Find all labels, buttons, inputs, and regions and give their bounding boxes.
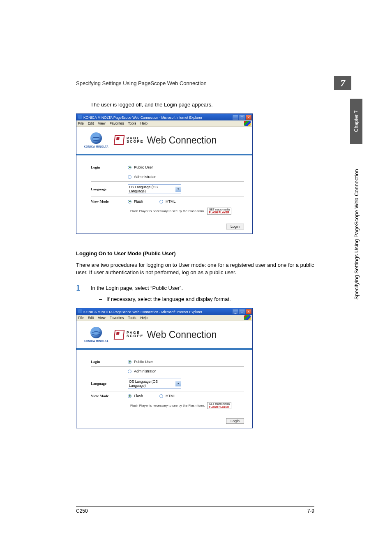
ie-icon (78, 309, 82, 313)
pagescope-icon (114, 330, 125, 340)
web-connection-text: Web Connection (147, 135, 217, 146)
html-radio[interactable] (159, 200, 163, 204)
language-select[interactable]: OS Language (OS Language) ▾ (128, 184, 181, 194)
footer-left: C250 (76, 508, 88, 514)
html-text: HTML (166, 394, 176, 398)
chevron-down-icon: ▾ (175, 381, 181, 386)
window-titlebar: KONICA MINOLTA PageScope Web Connection … (76, 308, 252, 315)
language-select[interactable]: OS Language (OS Language) ▾ (128, 379, 181, 388)
close-button[interactable]: X (246, 309, 251, 314)
menu-file[interactable]: File (78, 121, 84, 125)
section-heading: Logging On to User Mode (Public User) (76, 250, 314, 257)
ie-icon (78, 115, 82, 119)
maximize-button[interactable]: □ (239, 115, 245, 120)
viewmode-label: View Mode (91, 394, 128, 398)
menu-help[interactable]: Help (140, 121, 147, 125)
menu-edit[interactable]: Edit (88, 316, 94, 320)
konica-minolta-text: KONICA MINOLTA (84, 145, 108, 148)
intro-text: The user is logged off, and the Login pa… (90, 102, 314, 108)
windows-flag-icon (244, 121, 251, 126)
window-title: KONICA MINOLTA PageScope Web Connection … (83, 116, 202, 120)
menu-tools[interactable]: Tools (128, 121, 136, 125)
running-title: Specifying Settings Using PageScope Web … (76, 80, 207, 86)
chapter-number-badge: 7 (334, 76, 351, 90)
ps-scope-text: SCOPE (127, 140, 144, 143)
login-label: Login (91, 165, 128, 169)
pagescope-logo: PAGE SCOPE Web Connection (114, 329, 217, 340)
login-form: Login Public User Administrator Language… (76, 350, 252, 414)
public-user-text: Public User (134, 165, 153, 169)
step-1-substep: – If necessary, select the language and … (99, 296, 314, 302)
side-label-title: Specifying Settings Using PageScope Web … (350, 148, 362, 321)
section-paragraph: There are two procedures for logging on … (76, 261, 314, 276)
flash-badge-bottom: FLASH PLAYER (209, 211, 230, 214)
language-label: Language (91, 187, 128, 191)
administrator-text: Administrator (134, 369, 156, 373)
public-user-text: Public User (134, 360, 153, 364)
globe-icon (90, 132, 102, 144)
administrator-text: Administrator (134, 175, 156, 179)
brand-bar: KONICA MINOLTA PAGE SCOPE Web Connection (76, 127, 252, 155)
flash-note-text: Flash Player is necessary to see by the … (130, 404, 205, 407)
menu-bar: File Edit View Favorites Tools Help (76, 315, 252, 321)
chevron-down-icon: ▾ (175, 187, 181, 192)
administrator-radio[interactable] (128, 175, 131, 179)
menu-edit[interactable]: Edit (88, 121, 94, 125)
screenshot-login-2: KONICA MINOLTA PageScope Web Connection … (76, 308, 253, 428)
footer-right: 7-9 (307, 508, 314, 514)
public-user-radio[interactable] (128, 360, 131, 364)
pagescope-icon (114, 135, 125, 145)
language-value: OS Language (OS Language) (129, 185, 174, 193)
flash-note-row: Flash Player is necessary to see by the … (91, 208, 244, 215)
login-button[interactable]: Login (226, 418, 244, 424)
step-1-text: In the Login page, select “Public User”. (91, 283, 183, 293)
flash-note-row: Flash Player is necessary to see by the … (91, 402, 244, 409)
flash-note-text: Flash Player is necessary to see by the … (130, 209, 205, 213)
get-flash-badge[interactable]: GET macromedia FLASH PLAYER (207, 402, 231, 409)
running-header: Specifying Settings Using PageScope Web … (76, 80, 314, 89)
pagescope-logo: PAGE SCOPE Web Connection (114, 135, 217, 146)
flash-radio[interactable] (128, 200, 131, 204)
language-value: OS Language (OS Language) (129, 379, 174, 388)
flash-badge-top: GET macromedia (209, 208, 230, 211)
public-user-radio[interactable] (128, 166, 131, 169)
login-label: Login (91, 360, 128, 364)
ps-scope-text: SCOPE (127, 335, 144, 338)
page-content: Specifying Settings Using PageScope Web … (76, 80, 314, 445)
step-1-number: 1 (76, 283, 83, 293)
administrator-radio[interactable] (128, 370, 131, 373)
menu-file[interactable]: File (78, 316, 84, 320)
windows-flag-icon (244, 315, 251, 320)
flash-text: Flash (134, 199, 143, 204)
web-connection-text: Web Connection (147, 329, 217, 340)
window-title: KONICA MINOLTA PageScope Web Connection … (83, 310, 202, 314)
menu-tools[interactable]: Tools (128, 316, 136, 320)
menu-favorites[interactable]: Favorites (110, 316, 124, 320)
side-tab-chapter: Chapter 7 (350, 99, 362, 144)
konica-minolta-logo: KONICA MINOLTA (84, 327, 108, 342)
login-form: Login Public User Administrator Language… (76, 155, 252, 220)
flash-badge-bottom: FLASH PLAYER (209, 406, 230, 409)
konica-minolta-logo: KONICA MINOLTA (84, 132, 108, 148)
viewmode-label: View Mode (91, 199, 128, 204)
close-button[interactable]: X (246, 115, 251, 120)
html-text: HTML (166, 199, 176, 204)
login-button[interactable]: Login (226, 224, 244, 229)
maximize-button[interactable]: □ (239, 309, 245, 314)
html-radio[interactable] (159, 394, 163, 398)
menu-favorites[interactable]: Favorites (110, 121, 124, 125)
minimize-button[interactable]: _ (233, 309, 238, 314)
brand-bar: KONICA MINOLTA PAGE SCOPE Web Connection (76, 321, 252, 350)
flash-radio[interactable] (128, 394, 131, 398)
window-titlebar: KONICA MINOLTA PageScope Web Connection … (76, 114, 252, 120)
menu-help[interactable]: Help (140, 316, 147, 320)
substep-text: If necessary, select the language and di… (106, 296, 231, 302)
screenshot-login-1: KONICA MINOLTA PageScope Web Connection … (76, 113, 253, 234)
minimize-button[interactable]: _ (233, 115, 238, 120)
menu-bar: File Edit View Favorites Tools Help (76, 120, 252, 127)
menu-view[interactable]: View (98, 316, 105, 320)
get-flash-badge[interactable]: GET macromedia FLASH PLAYER (207, 208, 231, 215)
page-footer: C250 7-9 (76, 506, 314, 514)
menu-view[interactable]: View (98, 121, 105, 125)
konica-minolta-text: KONICA MINOLTA (84, 340, 108, 342)
